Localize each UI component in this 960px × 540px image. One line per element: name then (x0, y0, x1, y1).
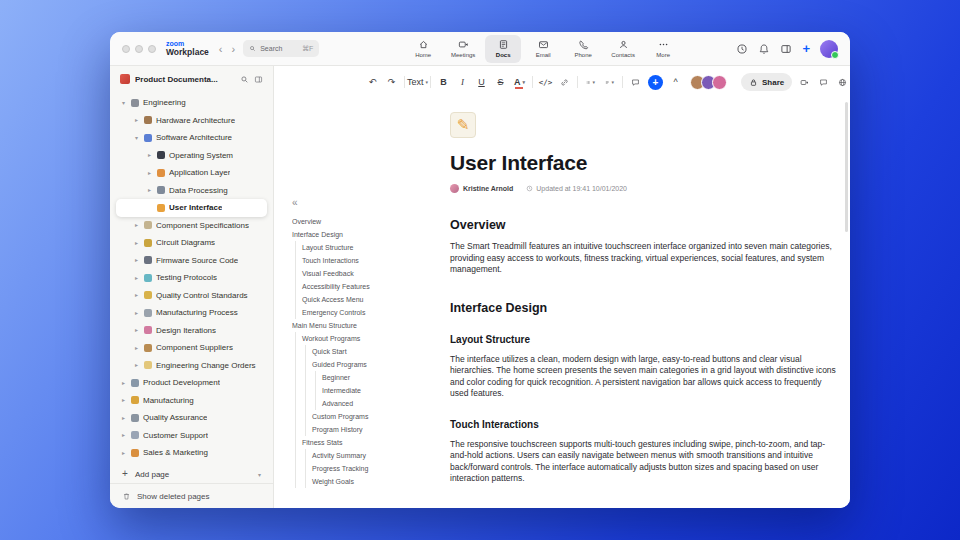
sidebar-item[interactable]: Circuit Diagrams (116, 234, 267, 252)
sidebar-item[interactable]: Operating System (116, 147, 267, 165)
tab[interactable]: Docs (485, 35, 521, 63)
strikethrough-button[interactable]: S (494, 73, 507, 91)
outline-item[interactable]: Workout Programs (292, 332, 444, 345)
outline-item[interactable]: Accessibility Features (292, 280, 444, 293)
chevron-icon[interactable] (120, 415, 127, 421)
tab[interactable]: Meetings (445, 35, 481, 63)
sidebar-search-icon[interactable] (240, 75, 249, 84)
outline-item[interactable]: Progress Tracking (292, 462, 444, 475)
sidebar-item[interactable]: User Interface (116, 199, 267, 217)
outline-item[interactable]: Activity Summary (292, 449, 444, 462)
tab[interactable]: Contacts (605, 35, 641, 63)
outline-item[interactable]: Quick Access Menu (292, 293, 444, 306)
insert-block-button[interactable]: + (648, 75, 663, 90)
chevron-icon[interactable] (146, 170, 153, 176)
align-dropdown[interactable]: ▾ (603, 73, 616, 91)
sidebar-collapse-icon[interactable] (254, 75, 263, 84)
chevron-icon[interactable] (120, 397, 127, 403)
chevron-icon[interactable] (133, 275, 140, 281)
comment-button[interactable] (629, 73, 642, 91)
user-avatar[interactable] (820, 40, 838, 58)
outline-item[interactable]: Custom Programs (292, 410, 444, 423)
doc-section-text[interactable]: Interface Design (450, 301, 842, 315)
back-button[interactable]: ‹ (219, 43, 223, 55)
outline-item[interactable]: Quick Start (292, 345, 444, 358)
outline-item[interactable]: Beginner (292, 371, 444, 384)
sidebar-item[interactable]: Sales & Marketing (116, 444, 267, 462)
close-button[interactable] (122, 45, 130, 53)
share-button[interactable]: Share (741, 73, 792, 91)
tab[interactable]: Email (525, 35, 561, 63)
outline-item[interactable]: Main Menu Structure (292, 319, 444, 332)
redo-button[interactable]: ↷ (385, 73, 398, 91)
doc-section-text[interactable]: Touch Interactions (450, 419, 842, 430)
chevron-icon[interactable] (133, 135, 140, 141)
chevron-icon[interactable] (133, 117, 140, 123)
show-deleted-pages-button[interactable]: Show deleted pages (110, 483, 273, 508)
sidebar-item[interactable]: Product Development (116, 374, 267, 392)
chevron-icon[interactable] (120, 450, 127, 456)
outline-item[interactable]: Interface Design (292, 228, 444, 241)
sidebar-item[interactable]: Firmware Source Code (116, 252, 267, 270)
chevron-icon[interactable] (120, 432, 127, 438)
sidebar-item[interactable]: Application Layer (116, 164, 267, 182)
maximize-button[interactable] (148, 45, 156, 53)
doc-title[interactable]: User Interface (450, 151, 842, 175)
chevron-icon[interactable] (133, 292, 140, 298)
chevron-icon[interactable] (133, 222, 140, 228)
sidebar-item[interactable]: Engineering (116, 94, 267, 112)
doc-section-text[interactable]: The interface utilizes a clean, modern d… (450, 354, 842, 400)
chevron-icon[interactable] (146, 187, 153, 193)
sidebar-item[interactable]: Software Architecture (116, 129, 267, 147)
chevron-icon[interactable] (133, 240, 140, 246)
chevron-icon[interactable] (120, 380, 127, 386)
chevron-down-icon[interactable]: ▾ (258, 471, 261, 478)
outline-collapse-icon[interactable]: « (292, 198, 444, 208)
sidebar-item[interactable]: Hardware Architecture (116, 112, 267, 130)
doc-section-text[interactable]: The responsive touchscreen supports mult… (450, 439, 842, 485)
sidebar-item[interactable]: Engineering Change Orders (116, 357, 267, 375)
minimize-button[interactable] (135, 45, 143, 53)
outline-item[interactable]: Visual Feedback (292, 267, 444, 280)
collapse-toolbar-button[interactable]: ^ (669, 73, 682, 91)
doc-section-text[interactable]: The Smart Treadmill features an intuitiv… (450, 241, 842, 276)
sidebar-item[interactable]: Quality Control Standards (116, 287, 267, 305)
sidebar-item[interactable]: Customer Support (116, 427, 267, 445)
sidebar-item[interactable]: Testing Protocols (116, 269, 267, 287)
tab[interactable]: Phone (565, 35, 601, 63)
chevron-icon[interactable] (120, 100, 127, 106)
outline-item[interactable]: Intermediate (292, 384, 444, 397)
chevron-icon[interactable] (133, 310, 140, 316)
clock-icon[interactable] (736, 43, 748, 55)
add-page-button[interactable]: + Add page ▾ (110, 465, 273, 483)
panel-toggle-icon[interactable] (780, 43, 792, 55)
sidebar-item[interactable]: Manufacturing (116, 392, 267, 410)
outline-item[interactable]: Weight Goals (292, 475, 444, 488)
sidebar-item[interactable]: Component Specifications (116, 217, 267, 235)
link-button[interactable] (558, 73, 571, 91)
doc-emoji-icon[interactable]: ✎ (450, 112, 476, 138)
undo-button[interactable]: ↶ (366, 73, 379, 91)
outline-item[interactable]: Layout Structure (292, 241, 444, 254)
doc-section-text[interactable]: Layout Structure (450, 334, 842, 345)
chevron-icon[interactable] (133, 257, 140, 263)
chevron-icon[interactable] (133, 327, 140, 333)
sidebar-item[interactable]: Manufacturing Process (116, 304, 267, 322)
scrollbar-thumb[interactable] (845, 102, 848, 232)
video-call-button[interactable] (798, 73, 811, 91)
doc-content[interactable]: ✎ User Interface Kristine Arnold Updated… (450, 98, 842, 485)
chevron-icon[interactable] (133, 345, 140, 351)
outline-item[interactable]: Advanced (292, 397, 444, 410)
text-color-button[interactable]: A▾ (513, 73, 526, 91)
bold-button[interactable]: B (437, 73, 450, 91)
bell-icon[interactable] (758, 43, 770, 55)
outline-item[interactable]: Emergency Controls (292, 306, 444, 319)
tab[interactable]: Home (405, 35, 441, 63)
sidebar-item[interactable]: Data Processing (116, 182, 267, 200)
sidebar-item[interactable]: Component Suppliers (116, 339, 267, 357)
chevron-icon[interactable] (133, 362, 140, 368)
tab[interactable]: More (645, 35, 681, 63)
forward-button[interactable]: › (232, 43, 236, 55)
publish-web-button[interactable] (836, 73, 849, 91)
sidebar-item[interactable]: Design Iterations (116, 322, 267, 340)
